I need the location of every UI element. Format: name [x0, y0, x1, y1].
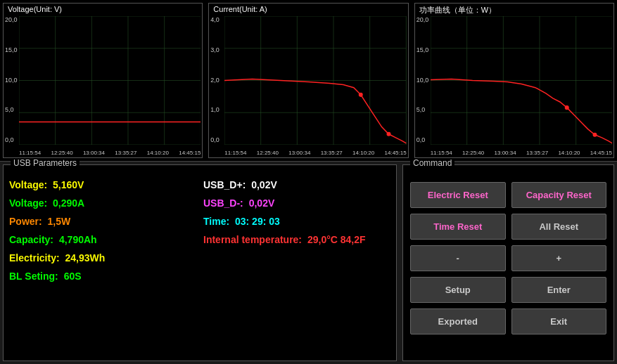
- current-y-axis: 4,0 3,0 2,0 1,0 0,0: [210, 16, 220, 143]
- capacity-reset-button[interactable]: Capacity Reset: [511, 182, 607, 208]
- command-panel-title: Command: [410, 158, 454, 168]
- voltage-plot: [19, 16, 201, 145]
- svg-point-23: [387, 132, 391, 136]
- command-panel: Command Electric Reset Capacity Reset Ti…: [402, 164, 614, 361]
- current-chart-title: Current(Unit: A): [213, 5, 267, 13]
- plus-button[interactable]: +: [511, 245, 607, 271]
- current-chart: Current(Unit: A) 4,0 3,0 2,0 1,0 0,0: [208, 3, 408, 158]
- electricity-param: Electricity: 24,93Wh: [9, 252, 196, 264]
- current-plot: [224, 16, 406, 145]
- usb-panel-title: USB Parameters: [11, 158, 79, 168]
- setup-button[interactable]: Setup: [410, 277, 506, 303]
- power-y-axis: 20,0 15,0 10,0 5,0 0,0: [416, 16, 429, 143]
- power-param: Power: 1,5W: [9, 216, 196, 227]
- all-reset-button[interactable]: All Reset: [511, 214, 607, 240]
- power-plot: [431, 16, 612, 145]
- time-reset-button[interactable]: Time Reset: [410, 214, 506, 240]
- electric-reset-button[interactable]: Electric Reset: [410, 182, 506, 208]
- power-chart: 功率曲线（单位：W） 20,0 15,0 10,0 5,0 0,0: [414, 3, 614, 158]
- voltage-x-axis: 11:15:54 12:25:40 13:00:34 13:35:27 14:1…: [19, 150, 201, 156]
- bottom-section: USB Parameters Voltage: 5,160V USB_D+: 0…: [0, 162, 617, 364]
- temp-param: Internal temperature: 29,0°C 84,2F: [203, 234, 390, 245]
- capacity-param: Capacity: 4,790Ah: [9, 234, 196, 245]
- usb-panel: USB Parameters Voltage: 5,160V USB_D+: 0…: [3, 164, 397, 361]
- top-section: Voltage(Unit: V) 20,0 15,0 10,0 5,0 0,0: [0, 0, 617, 162]
- minus-button[interactable]: -: [410, 245, 506, 271]
- voltage-param: Voltage: 5,160V: [9, 179, 196, 190]
- usb-dm-param: USB_D-: 0,02V: [203, 197, 390, 209]
- svg-point-36: [592, 133, 597, 137]
- voltage-y-axis: 20,0 15,0 10,0 5,0 0,0: [5, 16, 18, 143]
- voltage-chart: Voltage(Unit: V) 20,0 15,0 10,0 5,0 0,0: [3, 3, 203, 158]
- exported-button[interactable]: Exported: [410, 308, 506, 334]
- bl-seting-param: BL Seting: 60S: [9, 271, 196, 282]
- power-chart-title: 功率曲线（单位：W）: [419, 5, 496, 15]
- enter-button[interactable]: Enter: [511, 277, 607, 303]
- current-x-axis: 11:15:54 12:25:40 13:00:34 13:35:27 14:1…: [224, 150, 406, 156]
- command-grid: Electric Reset Capacity Reset Time Reset…: [410, 182, 606, 334]
- exit-button[interactable]: Exit: [511, 308, 607, 334]
- time-param: Time: 03: 29: 03: [203, 216, 390, 227]
- voltage-chart-title: Voltage(Unit: V): [8, 5, 62, 13]
- svg-point-22: [359, 93, 363, 97]
- usb-dp-param: USB_D+: 0,02V: [203, 179, 390, 190]
- current-param: Voltage: 0,290A: [9, 197, 196, 209]
- svg-point-35: [564, 105, 568, 110]
- power-x-axis: 11:15:54 12:25:40 13:00:34 13:35:27 14:1…: [431, 150, 612, 156]
